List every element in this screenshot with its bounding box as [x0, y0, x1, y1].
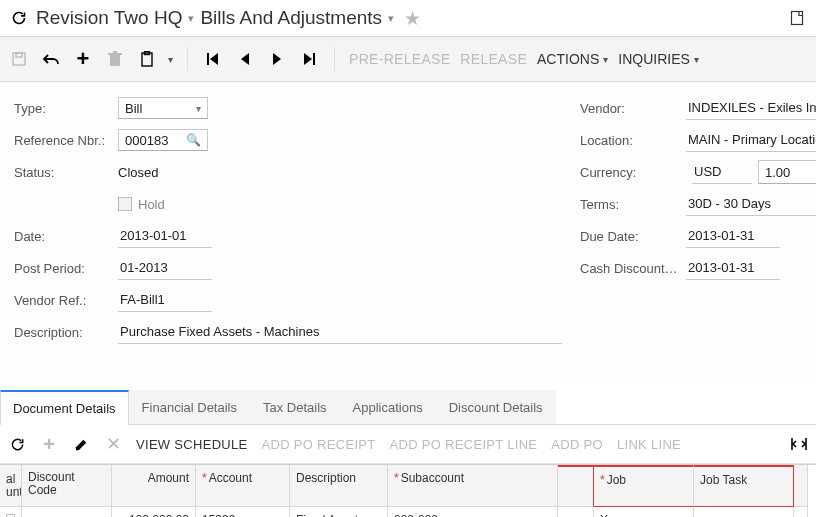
- add-po-button: ADD PO: [551, 437, 603, 452]
- nav-first-icon[interactable]: [202, 48, 224, 70]
- grid-refresh-icon[interactable]: [8, 435, 26, 453]
- svg-rect-4: [108, 53, 122, 55]
- search-icon[interactable]: 🔍: [186, 133, 201, 147]
- nav-next-icon[interactable]: [266, 48, 288, 70]
- link-line-button: LINK LINE: [617, 437, 681, 452]
- table-row[interactable]: 100,000.00 15999 Fixed Asset ... 000-000…: [0, 507, 816, 517]
- location-label: Location:: [580, 133, 686, 148]
- col-hdr-subaccount[interactable]: Subaccount: [388, 465, 558, 507]
- cell-end: [794, 507, 808, 517]
- prerelease-button: PRE-RELEASE: [349, 51, 450, 67]
- cell-account[interactable]: 15999: [196, 507, 290, 517]
- cell-job-task[interactable]: [694, 507, 794, 517]
- description-label: Description:: [14, 325, 118, 340]
- date-label: Date:: [14, 229, 118, 244]
- col-hdr-account[interactable]: Account: [196, 465, 290, 507]
- view-schedule-button[interactable]: VIEW SCHEDULE: [136, 437, 248, 452]
- release-button: RELEASE: [460, 51, 527, 67]
- currency-label: Currency:: [580, 165, 686, 180]
- tab-tax-details[interactable]: Tax Details: [250, 390, 340, 424]
- tab-financial-details[interactable]: Financial Details: [129, 390, 250, 424]
- nav-prev-icon[interactable]: [234, 48, 256, 70]
- type-select[interactable]: Bill▾: [118, 97, 208, 119]
- chevron-down-icon[interactable]: ▾: [388, 12, 394, 25]
- refresh-icon[interactable]: [8, 7, 30, 29]
- svg-rect-2: [16, 53, 22, 57]
- cell-job[interactable]: X: [594, 507, 694, 517]
- cell-discount-code[interactable]: [22, 507, 112, 517]
- vendorref-label: Vendor Ref.:: [14, 293, 118, 308]
- add-icon[interactable]: +: [72, 48, 94, 70]
- refnbr-lookup[interactable]: 000183🔍: [118, 129, 208, 151]
- status-label: Status:: [14, 165, 118, 180]
- currency-code[interactable]: USD: [692, 161, 752, 184]
- col-hdr-amount[interactable]: Amount: [112, 465, 196, 507]
- grid-edit-icon[interactable]: [72, 435, 90, 453]
- date-field[interactable]: 2013-01-01: [118, 225, 212, 248]
- actions-menu[interactable]: ACTIONS▾: [537, 51, 608, 67]
- svg-rect-13: [313, 53, 315, 65]
- col-hdr-job[interactable]: Job: [594, 465, 694, 507]
- cell-blank[interactable]: [558, 507, 594, 517]
- fit-columns-icon[interactable]: [790, 435, 808, 453]
- tab-discount-details[interactable]: Discount Details: [436, 390, 556, 424]
- notes-icon[interactable]: [786, 7, 808, 29]
- chevron-down-icon[interactable]: ▾: [168, 54, 173, 65]
- terms-field[interactable]: 30D - 30 Days: [686, 193, 816, 216]
- breadcrumb-page: Bills And Adjustments: [200, 7, 382, 29]
- detail-tabs: Document Details Financial Details Tax D…: [0, 390, 816, 425]
- row-selector[interactable]: [6, 514, 15, 518]
- svg-marker-12: [304, 53, 312, 65]
- col-hdr-blank[interactable]: [558, 465, 594, 507]
- breadcrumb: Revision Two HQ ▾ Bills And Adjustments …: [36, 7, 421, 30]
- chevron-down-icon[interactable]: ▾: [188, 12, 194, 25]
- svg-marker-10: [241, 53, 249, 65]
- hold-checkbox: Hold: [118, 197, 165, 212]
- col-hdr-partial[interactable]: alunt: [0, 465, 22, 507]
- cashdisc-field[interactable]: 2013-01-31: [686, 257, 780, 280]
- vendor-field[interactable]: INDEXILES - Exiles Indsysteme: [686, 97, 816, 120]
- clipboard-icon[interactable]: [136, 48, 158, 70]
- location-field[interactable]: MAIN - Primary Location: [686, 129, 816, 152]
- vendorref-field[interactable]: FA-Bill1: [118, 289, 212, 312]
- add-po-receipt-button: ADD PO RECEIPT: [262, 437, 376, 452]
- inquiries-menu[interactable]: INQUIRIES▾: [618, 51, 699, 67]
- terms-label: Terms:: [580, 197, 686, 212]
- svg-marker-11: [273, 53, 281, 65]
- col-hdr-discount-code[interactable]: DiscountCode: [22, 465, 112, 507]
- vendor-label: Vendor:: [580, 101, 686, 116]
- delete-icon: [104, 48, 126, 70]
- duedate-label: Due Date:: [580, 229, 686, 244]
- tab-applications[interactable]: Applications: [340, 390, 436, 424]
- svg-rect-3: [110, 55, 120, 66]
- col-hdr-description[interactable]: Description: [290, 465, 388, 507]
- col-hdr-job-task[interactable]: Job Task: [694, 465, 794, 507]
- tab-document-details[interactable]: Document Details: [0, 390, 129, 425]
- refnbr-label: Reference Nbr.:: [14, 133, 118, 148]
- svg-rect-8: [207, 53, 209, 65]
- duedate-field[interactable]: 2013-01-31: [686, 225, 780, 248]
- add-po-receipt-line-button: ADD PO RECEIPT LINE: [390, 437, 538, 452]
- undo-icon[interactable]: [40, 48, 62, 70]
- type-label: Type:: [14, 101, 118, 116]
- star-icon[interactable]: ★: [404, 7, 421, 30]
- status-value: Closed: [118, 165, 208, 180]
- breadcrumb-org[interactable]: Revision Two HQ: [36, 7, 182, 29]
- cashdisc-label: Cash Discount…: [580, 261, 686, 276]
- cell-subaccount[interactable]: 000-000: [388, 507, 558, 517]
- description-field[interactable]: Purchase Fixed Assets - Machines: [118, 321, 562, 344]
- svg-rect-0: [792, 12, 803, 25]
- col-hdr-end: [794, 465, 808, 507]
- svg-rect-1: [13, 53, 25, 65]
- nav-last-icon[interactable]: [298, 48, 320, 70]
- cell-description[interactable]: Fixed Asset ...: [290, 507, 388, 517]
- postperiod-field[interactable]: 01-2013: [118, 257, 212, 280]
- main-toolbar: + ▾ PRE-RELEASE RELEASE ACTIONS▾ INQUIRI…: [0, 37, 816, 82]
- cell-amount[interactable]: 100,000.00: [112, 507, 196, 517]
- details-grid: alunt DiscountCode Amount Account Descri…: [0, 464, 816, 517]
- grid-add-icon: +: [40, 435, 58, 453]
- postperiod-label: Post Period:: [14, 261, 118, 276]
- svg-marker-9: [210, 53, 218, 65]
- svg-rect-5: [113, 51, 117, 53]
- currency-rate[interactable]: 1.00 ▾: [758, 160, 816, 184]
